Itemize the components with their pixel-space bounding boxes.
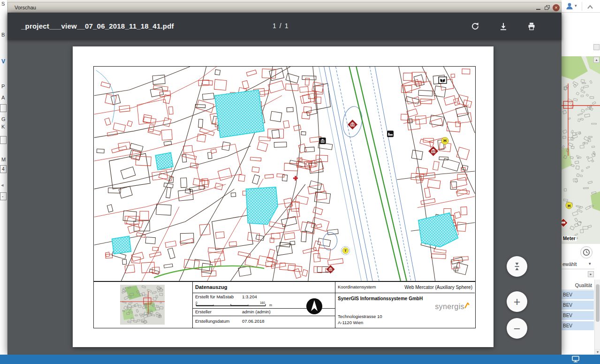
- footer-thumbnail-cell: [94, 282, 193, 328]
- screen: S B V P A G K M 4 ◂ - ▾: [0, 0, 600, 364]
- quality-column-header[interactable]: Qualität: [562, 281, 593, 290]
- footer-org-cell: Koordinatensystem Web Mercator (Auxiliar…: [335, 282, 475, 328]
- museum-square-icon: [319, 137, 326, 144]
- vertical-scrollbar[interactable]: ▾: [594, 280, 600, 355]
- layer-row[interactable]: BEV: [562, 321, 594, 330]
- museum-marker-icon: [428, 146, 439, 156]
- fit-page-icon: [512, 262, 522, 271]
- fit-page-button[interactable]: [507, 256, 527, 277]
- company-address-2: A-1120 Wien: [338, 320, 363, 325]
- map-frame: H T: [93, 66, 476, 281]
- bottom-status-bar: [0, 355, 600, 364]
- synergis-logo: synergis: [435, 303, 470, 311]
- pdf-toolbar: _project___view__07_06_2018_11_18_41.pdf…: [8, 13, 562, 40]
- window-titlebar[interactable]: Vorschau ×: [8, 2, 562, 13]
- pdf-page: H T: [73, 46, 494, 347]
- crs-label: Koordinatensystem: [338, 285, 376, 289]
- rotate-icon: [471, 22, 480, 31]
- chevron-down-icon: ▾: [589, 261, 591, 266]
- user-icon[interactable]: [565, 2, 574, 10]
- close-button[interactable]: ×: [553, 4, 560, 11]
- meter-label: Meter: [562, 236, 577, 241]
- svg-text:H: H: [568, 204, 570, 208]
- company-address-1: Technologiestrasse 10: [338, 314, 382, 319]
- left-app-strip: S B V P A G K M 4 ◂ -: [0, 0, 8, 355]
- layer-row[interactable]: BEV: [562, 290, 594, 299]
- svg-text:m: m: [269, 303, 272, 307]
- scale-value: 1:3.204: [242, 295, 257, 299]
- left-input-fragment[interactable]: 4: [0, 165, 7, 173]
- download-icon: [499, 22, 508, 31]
- hospital-marker-icon: H: [441, 137, 448, 144]
- footer-meta-cell: Datenauszug Erstellt für Maßstab 1:3.204…: [193, 282, 335, 328]
- synergis-wordmark: synergis: [435, 303, 464, 311]
- footer-overview-map: [120, 285, 165, 325]
- zoom-in-button[interactable]: +: [507, 291, 527, 312]
- scroll-down-button[interactable]: ▾: [595, 349, 600, 355]
- date-value: 07.06.2018: [242, 319, 265, 324]
- page-number-input[interactable]: 1: [273, 22, 276, 30]
- first-aid-cross-icon: [293, 176, 298, 181]
- synergis-spark-icon: [464, 303, 470, 309]
- monitor-icon[interactable]: [571, 356, 580, 363]
- scroll-right-glyph: ▸: [590, 272, 592, 276]
- scroll-up-glyph: ▴: [595, 58, 597, 62]
- svg-text:160: 160: [260, 301, 265, 304]
- scroll-up-button[interactable]: [593, 44, 600, 50]
- layer-row[interactable]: BEV: [562, 311, 594, 320]
- header-divider: [582, 2, 582, 11]
- svg-text:H: H: [443, 138, 446, 143]
- selection-polygons: [112, 90, 458, 254]
- app-header-right: ▾: [562, 0, 600, 13]
- left-input-fragment[interactable]: [0, 104, 7, 112]
- left-fragment: B: [1, 32, 5, 38]
- footer-title: Datenauszug: [193, 282, 335, 293]
- date-label: Erstellungsdatum: [195, 319, 242, 324]
- scalebar: 0 160 m: [195, 301, 279, 308]
- compass-logo: [305, 297, 323, 315]
- page-separator: /: [280, 22, 281, 30]
- svg-text:T: T: [344, 249, 347, 253]
- lodging-square-icon: [387, 130, 394, 137]
- user-menu-caret-icon[interactable]: ▾: [575, 3, 577, 8]
- map-graphic: H T: [94, 67, 475, 281]
- restore-button[interactable]: [544, 5, 550, 11]
- page-indicator: 1 / 1: [273, 22, 288, 30]
- map-footer-table: Datenauszug Erstellt für Maßstab 1:3.204…: [93, 281, 476, 328]
- clock-icon: [583, 249, 590, 256]
- zoom-out-button[interactable]: −: [507, 318, 527, 339]
- clock-button[interactable]: [580, 246, 592, 258]
- selection-dropdown-label: ewählt: [562, 261, 577, 267]
- overview-map[interactable]: H: [562, 56, 600, 244]
- scroll-down-glyph: ▾: [597, 350, 599, 354]
- svg-text:0: 0: [196, 301, 197, 304]
- left-input-fragment[interactable]: -: [0, 192, 7, 200]
- scrollbar-thumb[interactable]: [596, 284, 600, 322]
- map-buildings: [97, 68, 471, 278]
- hospital-marker-icon: H: [566, 202, 572, 209]
- window-title: Vorschau: [15, 5, 36, 10]
- left-fragment: K: [1, 124, 5, 129]
- minimize-button[interactable]: [535, 5, 541, 11]
- scroll-up-button[interactable]: ▴: [593, 57, 600, 63]
- left-input-fragment[interactable]: [0, 136, 7, 144]
- scale-label: Erstellt für Maßstab: [195, 295, 242, 299]
- museum-marker-icon: [347, 120, 357, 130]
- download-button[interactable]: [495, 18, 512, 35]
- print-icon: [527, 22, 536, 31]
- print-button[interactable]: [523, 18, 540, 35]
- library-book-icon: [439, 77, 447, 83]
- layer-row[interactable]: BEV: [562, 301, 594, 310]
- left-fragment: V: [1, 58, 5, 65]
- collapse-panel-icon[interactable]: [586, 3, 594, 9]
- collapse-left-icon[interactable]: ◂: [1, 182, 4, 188]
- scroll-right-button[interactable]: ▸: [588, 271, 594, 277]
- left-fragment: A: [1, 95, 5, 100]
- transit-marker-icon: T: [341, 246, 349, 255]
- company-name: SynerGIS Informationssysteme GmbH: [338, 296, 423, 301]
- creator-value: admin (admin): [242, 310, 271, 314]
- rotate-button[interactable]: [467, 18, 484, 35]
- selection-dropdown[interactable]: ewählt ▾: [562, 259, 594, 269]
- left-fragment: P: [1, 83, 5, 89]
- crs-value: Web Mercator (Auxiliary Sphere): [404, 285, 472, 290]
